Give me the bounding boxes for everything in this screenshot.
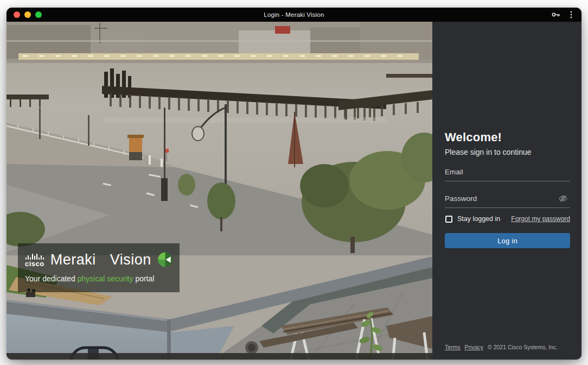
close-window-button[interactable] (14, 11, 20, 18)
forgot-password-link[interactable]: Forgot my password (511, 215, 570, 223)
titlebar-actions (551, 8, 576, 22)
welcome-heading: Welcome! (445, 130, 502, 144)
eye-off-icon[interactable] (558, 194, 569, 203)
email-field-wrapper (445, 165, 570, 181)
login-button[interactable]: Log in (445, 233, 570, 248)
key-icon[interactable] (551, 10, 561, 20)
cisco-logo: cisco (25, 254, 44, 267)
terms-link[interactable]: Terms (445, 344, 461, 350)
cisco-bars-icon (25, 254, 44, 260)
brand-overlay: cisco Meraki Vision Your dedicated physi… (18, 243, 180, 292)
privacy-link[interactable]: Privacy (465, 344, 483, 350)
stay-logged-in-checkbox[interactable] (445, 216, 452, 223)
tagline-highlight: physical security (78, 274, 133, 283)
stay-logged-in-label: Stay logged in (457, 215, 500, 223)
password-field-wrapper (445, 191, 570, 208)
zoom-window-button[interactable] (35, 11, 42, 18)
tagline-prefix: Your dedicated (25, 274, 78, 283)
login-panel: Welcome! Please sign in to continue (432, 22, 581, 360)
meraki-wordmark: Meraki (50, 251, 96, 268)
vision-wordmark: Vision (110, 251, 151, 268)
waterfront-scene-illustration (7, 22, 432, 360)
signin-subheading: Please sign in to continue (445, 148, 532, 156)
titlebar: Login - Meraki Vision (7, 8, 581, 22)
email-input[interactable] (445, 165, 570, 181)
copyright-text: © 2021 Cisco Systems, Inc. (488, 344, 558, 350)
login-hero-photo: cisco Meraki Vision Your dedicated physi… (7, 22, 432, 360)
minimize-window-button[interactable] (24, 11, 31, 18)
tagline-suffix: portal (133, 274, 155, 283)
kebab-menu-icon[interactable] (566, 10, 576, 20)
panel-footer: Terms Privacy © 2021 Cisco Systems, Inc. (445, 344, 570, 350)
brand-tagline: Your dedicated physical security portal (25, 274, 173, 283)
traffic-lights (14, 8, 42, 22)
vision-logo-icon (157, 91, 173, 360)
cisco-wordmark: cisco (25, 260, 44, 267)
window-title: Login - Meraki Vision (264, 11, 324, 18)
password-input[interactable] (445, 191, 570, 208)
app-window: Login - Meraki Vision (7, 8, 581, 360)
remember-row: Stay logged in Forgot my password (445, 215, 570, 223)
